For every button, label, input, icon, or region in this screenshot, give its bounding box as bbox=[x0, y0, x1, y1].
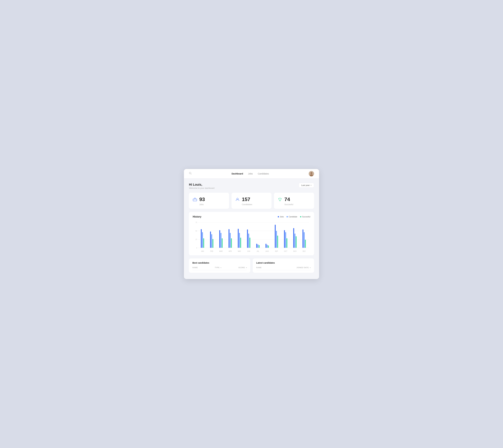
chart-legend: Jobs Candidate Succesful bbox=[278, 216, 310, 218]
best-col-score[interactable]: SCORE ▾ bbox=[238, 267, 247, 269]
svg-point-7 bbox=[237, 198, 238, 200]
chart-svg: 7550250JANFEBMARAPRMAYJUNJULAUGSEPOCTNOV… bbox=[193, 221, 310, 253]
history-title: History bbox=[193, 215, 201, 218]
best-col-type[interactable]: TYPE ▾ bbox=[215, 267, 221, 269]
best-col-name: NAME bbox=[192, 267, 198, 269]
svg-rect-20 bbox=[203, 238, 204, 248]
legend-successful-dot bbox=[300, 216, 301, 217]
best-candidates-card: Best candidates NAME TYPE ▾ SCORE ▾ bbox=[189, 258, 250, 273]
successful-count: 74 bbox=[284, 196, 290, 202]
svg-rect-24 bbox=[213, 239, 213, 248]
svg-rect-52 bbox=[277, 236, 278, 248]
jobs-icon bbox=[193, 198, 197, 201]
nav-candidates[interactable]: Candidates bbox=[258, 173, 269, 175]
legend-successful: Succesful bbox=[300, 216, 310, 218]
svg-text:25: 25 bbox=[195, 239, 197, 240]
svg-rect-19 bbox=[202, 232, 203, 248]
navbar: Dashboard Jobs Candidates bbox=[184, 169, 319, 178]
svg-rect-48 bbox=[268, 245, 269, 248]
legend-jobs-label: Jobs bbox=[280, 216, 284, 218]
latest-candidates-title: Latest candidates bbox=[256, 262, 311, 264]
history-header: History Jobs Candidate Succesful bbox=[193, 215, 310, 218]
joined-sort-icon: ▾ bbox=[310, 267, 311, 269]
nav-jobs[interactable]: Jobs bbox=[248, 173, 253, 175]
svg-text:APR: APR bbox=[229, 250, 232, 252]
svg-text:JAN: JAN bbox=[201, 250, 204, 252]
stat-card-successful: 74 Succesful bbox=[274, 193, 314, 209]
avatar[interactable] bbox=[309, 171, 314, 176]
svg-rect-60 bbox=[296, 236, 297, 248]
svg-rect-56 bbox=[286, 238, 287, 248]
svg-rect-35 bbox=[239, 233, 240, 248]
greeting-name: Hi Louis, bbox=[189, 183, 214, 186]
stat-card-candidates: 157 Candidates bbox=[232, 193, 272, 209]
svg-rect-54 bbox=[284, 230, 285, 248]
latest-candidates-header: NAME JOINED DATE ▾ bbox=[256, 267, 311, 270]
svg-rect-22 bbox=[210, 232, 211, 248]
svg-rect-32 bbox=[231, 238, 232, 248]
svg-text:MAY: MAY bbox=[238, 250, 241, 252]
candidates-count: 157 bbox=[242, 196, 250, 202]
svg-rect-46 bbox=[266, 244, 267, 248]
greeting-sub: Welcome to your dashboard bbox=[189, 187, 214, 189]
svg-rect-43 bbox=[257, 244, 258, 248]
nav-links: Dashboard Jobs Candidates bbox=[232, 173, 269, 175]
legend-candidate-label: Candidate bbox=[289, 216, 297, 218]
legend-jobs: Jobs bbox=[278, 216, 284, 218]
main-content: Hi Louis, Welcome to your dashboard Last… bbox=[184, 178, 319, 277]
svg-rect-62 bbox=[302, 229, 303, 248]
svg-text:75: 75 bbox=[195, 222, 197, 223]
svg-text:NOV: NOV bbox=[293, 250, 297, 252]
legend-jobs-dot bbox=[278, 216, 279, 217]
svg-text:JUN: JUN bbox=[247, 250, 250, 252]
latest-col-name: NAME bbox=[256, 267, 262, 269]
svg-text:MAR: MAR bbox=[219, 250, 222, 252]
best-candidates-header: NAME TYPE ▾ SCORE ▾ bbox=[192, 267, 247, 270]
svg-text:0: 0 bbox=[196, 247, 197, 249]
chevron-down-icon: ▾ bbox=[311, 184, 311, 186]
jobs-label: Jobs bbox=[199, 203, 225, 206]
svg-text:FEB: FEB bbox=[210, 250, 213, 252]
svg-text:SEP: SEP bbox=[275, 250, 278, 252]
svg-point-3 bbox=[311, 172, 312, 174]
greeting-block: Hi Louis, Welcome to your dashboard bbox=[189, 183, 214, 189]
svg-text:AUG: AUG bbox=[266, 250, 269, 252]
svg-rect-26 bbox=[219, 230, 220, 248]
svg-rect-30 bbox=[229, 229, 230, 248]
latest-col-joined[interactable]: JOINED DATE ▾ bbox=[297, 267, 311, 269]
svg-rect-64 bbox=[305, 240, 306, 248]
candidates-icon bbox=[235, 198, 240, 201]
svg-line-1 bbox=[191, 174, 192, 175]
svg-rect-42 bbox=[256, 244, 257, 248]
svg-text:50: 50 bbox=[195, 230, 197, 232]
nav-dashboard[interactable]: Dashboard bbox=[232, 173, 243, 175]
svg-text:DEC: DEC bbox=[303, 250, 306, 252]
svg-rect-5 bbox=[193, 199, 197, 201]
legend-candidate-dot bbox=[286, 216, 288, 217]
app-window: Dashboard Jobs Candidates Hi Louis, Welc… bbox=[184, 169, 319, 279]
search-icon[interactable] bbox=[189, 172, 192, 176]
jobs-count: 93 bbox=[199, 196, 205, 202]
svg-rect-58 bbox=[293, 228, 294, 248]
svg-rect-31 bbox=[230, 233, 231, 248]
type-sort-icon: ▾ bbox=[220, 267, 221, 269]
stat-cards: 93 Jobs 157 Candidates bbox=[189, 193, 314, 209]
score-sort-icon: ▾ bbox=[246, 267, 247, 269]
svg-text:JUL: JUL bbox=[256, 250, 259, 252]
legend-successful-label: Succesful bbox=[302, 216, 310, 218]
svg-rect-40 bbox=[250, 238, 251, 248]
latest-candidates-card: Latest candidates NAME JOINED DATE ▾ bbox=[253, 258, 314, 273]
header-row: Hi Louis, Welcome to your dashboard Last… bbox=[189, 183, 314, 189]
svg-rect-23 bbox=[211, 234, 212, 248]
svg-rect-18 bbox=[201, 229, 202, 248]
year-selector-label: Last year bbox=[301, 184, 310, 186]
year-selector-button[interactable]: Last year ▾ bbox=[299, 183, 314, 188]
legend-candidate: Candidate bbox=[286, 216, 297, 218]
svg-rect-38 bbox=[247, 229, 248, 248]
svg-text:OCT: OCT bbox=[284, 250, 287, 252]
svg-rect-55 bbox=[285, 232, 286, 248]
best-candidates-title: Best candidates bbox=[192, 262, 247, 264]
bottom-tables: Best candidates NAME TYPE ▾ SCORE ▾ bbox=[189, 258, 314, 273]
history-chart: 7550250JANFEBMARAPRMAYJUNJULAUGSEPOCTNOV… bbox=[193, 221, 310, 253]
history-card: History Jobs Candidate Succesful bbox=[189, 212, 314, 255]
